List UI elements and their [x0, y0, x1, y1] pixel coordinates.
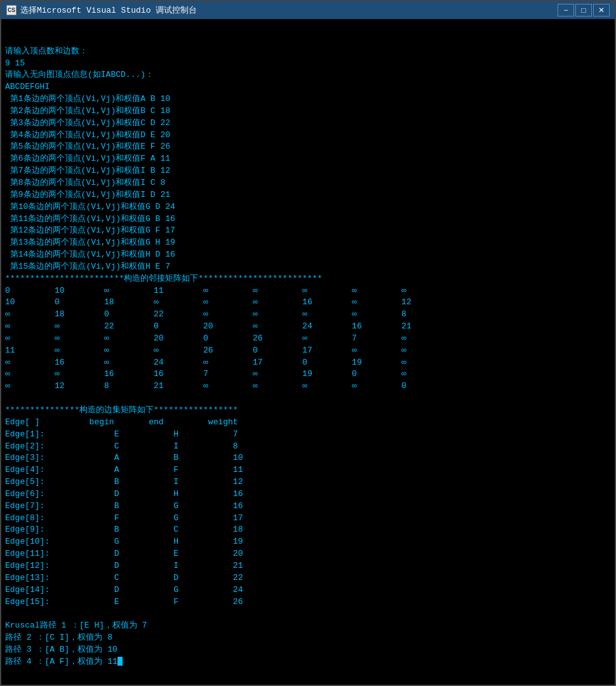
console-line: 第1条边的两个顶点(Vi,Vj)和权值A B 10 [5, 93, 611, 105]
console-line: ***************构造的边集矩阵如下****************… [5, 405, 611, 417]
console-line: 请输入顶点数和边数： [5, 46, 611, 58]
console-line: Edge[15]: E F 26 [5, 596, 611, 609]
console-line: 第10条边的两个顶点(Vi,Vj)和权值G D 24 [5, 201, 611, 213]
console-line: 第5条边的两个顶点(Vi,Vj)和权值E F 26 [5, 141, 611, 153]
console-line [5, 393, 611, 405]
console-line: 路径 2 ：[C I]，权值为 8 [5, 632, 611, 644]
console-line: 路径 3 ：[A B]，权值为 10 [5, 644, 611, 656]
console-line: ∞ ∞ ∞ 20 0 26 ∞ 7 ∞ [5, 333, 611, 345]
console-line: 10 0 18 ∞ ∞ ∞ 16 ∞ 12 [5, 297, 611, 309]
console-line: Edge[8]: F G 17 [5, 513, 611, 525]
console-line [5, 608, 611, 620]
app-icon: CS [6, 5, 17, 15]
console-line: 第14条边的两个顶点(Vi,Vj)和权值H D 16 [5, 249, 611, 261]
title-bar-left: CS 选择Microsoft Visual Studio 调试控制台 [6, 4, 197, 16]
console-line: ∞ ∞ 16 16 7 ∞ 19 0 ∞ [5, 368, 611, 380]
console-line: Edge[14]: D G 24 [5, 584, 611, 596]
console-line: 9 15 [5, 58, 611, 70]
close-button[interactable]: ✕ [593, 4, 610, 17]
console-line: ∞ ∞ 22 0 20 ∞ 24 16 21 [5, 321, 611, 333]
console-line: 请输入无向图顶点信息(如IABCD...)： [5, 69, 611, 81]
console-line: Edge[13]: C D 22 [5, 572, 611, 584]
console-line: ABCDEFGHI [5, 81, 611, 93]
console-line: 第2条边的两个顶点(Vi,Vj)和权值B C 18 [5, 105, 611, 118]
console-area: 请输入顶点数和边数：9 15请输入无向图顶点信息(如IABCD...)：ABCD… [1, 19, 615, 685]
console-line: Edge[1]: E H 7 [5, 429, 611, 441]
title-bar-buttons: − □ ✕ [558, 4, 610, 17]
console-line: Edge[9]: B C 18 [5, 524, 611, 536]
text-cursor [117, 657, 123, 666]
console-line: 第9条边的两个顶点(Vi,Vj)和权值I D 21 [5, 189, 611, 201]
console-line: ∞ 16 ∞ 24 ∞ 17 0 19 ∞ [5, 357, 611, 369]
console-line: Edge[7]: B G 16 [5, 501, 611, 513]
console-line: Edge[11]: D E 20 [5, 548, 611, 560]
console-line: 第7条边的两个顶点(Vi,Vj)和权值I B 12 [5, 165, 611, 177]
console-line: 第8条边的两个顶点(Vi,Vj)和权值I C 8 [5, 177, 611, 189]
console-line: Edge[2]: C I 8 [5, 441, 611, 453]
console-line: Edge[6]: D H 16 [5, 488, 611, 501]
console-line: Edge[4]: A F 11 [5, 464, 611, 476]
console-line: 第12条边的两个顶点(Vi,Vj)和权值G F 17 [5, 225, 611, 237]
console-line: 第3条边的两个顶点(Vi,Vj)和权值C D 22 [5, 118, 611, 130]
console-line: 第13条边的两个顶点(Vi,Vj)和权值G H 19 [5, 237, 611, 249]
minimize-button[interactable]: − [558, 4, 574, 17]
title-bar: CS 选择Microsoft Visual Studio 调试控制台 − □ ✕ [1, 1, 615, 19]
console-line: Kruscal路径 1 ：[E H]，权值为 7 [5, 620, 611, 632]
main-window: CS 选择Microsoft Visual Studio 调试控制台 − □ ✕… [0, 0, 616, 686]
console-line: 第11条边的两个顶点(Vi,Vj)和权值G B 16 [5, 213, 611, 225]
console-line: Edge[ ] begin end weight [5, 417, 611, 429]
console-output[interactable]: 请输入顶点数和边数：9 15请输入无向图顶点信息(如IABCD...)：ABCD… [1, 19, 615, 685]
console-line: ∞ 12 8 21 ∞ ∞ ∞ ∞ 0 [5, 380, 611, 393]
console-line: ∞ 18 0 22 ∞ ∞ ∞ ∞ 8 [5, 309, 611, 321]
console-line: Edge[10]: G H 19 [5, 536, 611, 548]
console-line: 路径 4 ：[A F]，权值为 11 [5, 656, 611, 668]
console-line: 第6条边的两个顶点(Vi,Vj)和权值F A 11 [5, 153, 611, 165]
console-line: Edge[3]: A B 10 [5, 452, 611, 464]
console-line: Edge[12]: D I 21 [5, 560, 611, 572]
console-line: 第15条边的两个顶点(Vi,Vj)和权值H E 7 [5, 261, 611, 273]
maximize-button[interactable]: □ [575, 4, 592, 17]
console-line: 0 10 ∞ 11 ∞ ∞ ∞ ∞ ∞ [5, 285, 611, 297]
console-line: 11 ∞ ∞ ∞ 26 0 17 ∞ ∞ [5, 345, 611, 357]
console-line: 第4条边的两个顶点(Vi,Vj)和权值D E 20 [5, 130, 611, 142]
window-title: 选择Microsoft Visual Studio 调试控制台 [20, 4, 197, 16]
console-line: ************************构造的邻接矩阵如下*******… [5, 273, 611, 285]
console-line: Edge[5]: B I 12 [5, 476, 611, 488]
